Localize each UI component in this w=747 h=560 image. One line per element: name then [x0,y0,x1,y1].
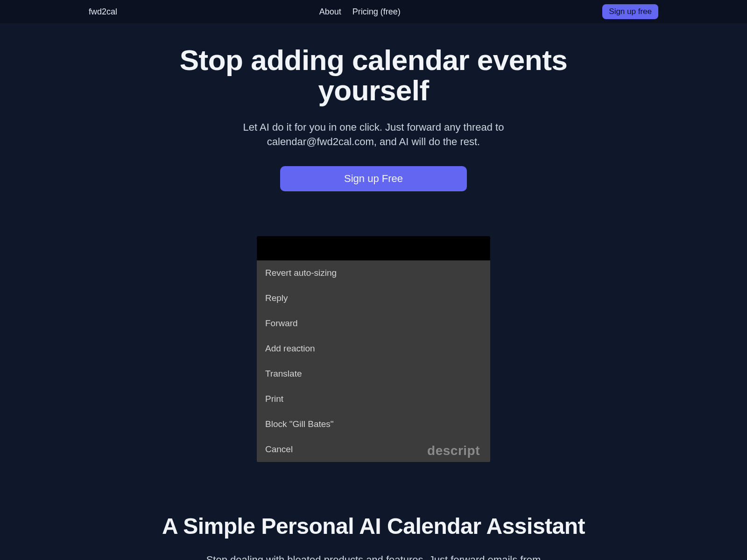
watermark-label: descript [427,443,480,458]
context-menu-item: Translate [257,361,490,386]
context-menu-item: Cancel descript [257,437,490,462]
hero-title-line1: Stop adding calendar events [180,44,568,76]
context-menu-item: Forward [257,311,490,336]
context-menu-item-label: Cancel [265,444,293,454]
hero-sub-line2: calendar@fwd2cal.com, and AI will do the… [267,136,480,147]
hero-signup-button[interactable]: Sign up Free [280,166,467,191]
hero-title-line2: yourself [318,74,429,106]
demo-screenshot: Revert auto-sizing Reply Forward Add rea… [257,236,490,462]
section2-subtitle: Stop dealing with bloated products and f… [196,553,551,560]
context-menu-item: Add reaction [257,336,490,361]
brand-logo[interactable]: fwd2cal [89,7,117,17]
nav-pricing-link[interactable]: Pricing (free) [352,7,401,17]
demo-header-bar [257,236,490,260]
context-menu-item: Print [257,386,490,412]
context-menu-item: Block "Gill Bates" [257,412,490,437]
navbar: fwd2cal About Pricing (free) Sign up fre… [0,0,747,23]
nav-center: About Pricing (free) [319,7,401,17]
nav-about-link[interactable]: About [319,7,341,17]
hero-sub-line1: Let AI do it for you in one click. Just … [243,121,504,133]
hero-subtitle: Let AI do it for you in one click. Just … [205,120,542,149]
nav-signup-button[interactable]: Sign up free [602,4,658,19]
hero-title: Stop adding calendar events yourself [0,45,747,105]
features-section: A Simple Personal AI Calendar Assistant … [0,513,747,560]
hero-section: Stop adding calendar events yourself Let… [0,23,747,191]
section2-title: A Simple Personal AI Calendar Assistant [0,513,747,539]
context-menu-item-label: Block "Gill Bates" [265,419,334,429]
context-menu-item: Revert auto-sizing [257,260,490,286]
section2-sub-line1: Stop dealing with bloated products and f… [206,554,541,560]
context-menu-item: Reply [257,286,490,311]
